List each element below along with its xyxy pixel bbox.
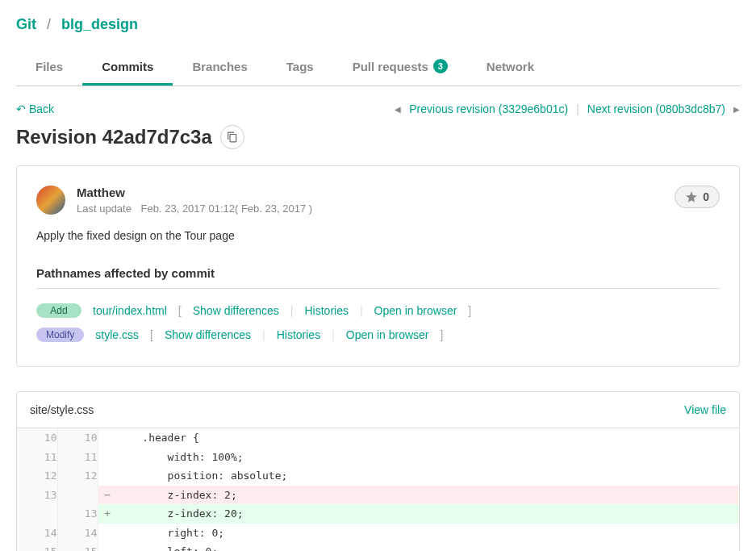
repo-tabs: Files Commits Branches Tags Pull request… bbox=[16, 49, 740, 86]
histories-link[interactable]: Histories bbox=[305, 304, 349, 317]
tab-tags[interactable]: Tags bbox=[267, 49, 333, 86]
change-type-tag: Add bbox=[36, 303, 81, 318]
new-line-number: 12 bbox=[57, 466, 98, 486]
bracket-open: [ bbox=[150, 328, 153, 341]
star-button[interactable]: 0 bbox=[675, 186, 720, 208]
diff-line: 1010 .header { bbox=[17, 428, 739, 448]
diff-header: site/style.css View file bbox=[17, 392, 739, 428]
diff-code: z-index: 2; bbox=[117, 486, 739, 505]
diff-line: 1212 position: absolute; bbox=[17, 466, 739, 486]
histories-link[interactable]: Histories bbox=[277, 328, 320, 341]
pathname-row: Modifystyle.css[Show differences|Histori… bbox=[36, 323, 720, 347]
action-sep: | bbox=[262, 328, 265, 341]
breadcrumb-repo[interactable]: blg_design bbox=[61, 16, 138, 32]
new-line-number: 10 bbox=[57, 428, 98, 448]
diff-line: 1111 width: 100%; bbox=[17, 448, 739, 467]
new-line-number: 11 bbox=[57, 448, 98, 467]
diff-filepath: site/style.css bbox=[30, 403, 94, 416]
diff-sign bbox=[98, 448, 117, 467]
back-arrow-icon: ↶ bbox=[16, 102, 26, 115]
last-update-label: Last update bbox=[77, 202, 132, 215]
diff-sign: − bbox=[98, 486, 117, 505]
open-in-browser-link[interactable]: Open in browser bbox=[346, 328, 429, 341]
diff-line: 1414 right: 0; bbox=[17, 524, 739, 543]
tab-files[interactable]: Files bbox=[16, 49, 82, 86]
back-label: Back bbox=[29, 102, 54, 115]
star-count: 0 bbox=[703, 190, 709, 203]
action-sep: | bbox=[290, 304, 294, 317]
diff-sign: + bbox=[98, 504, 117, 524]
diff-sign bbox=[98, 428, 117, 448]
tab-commits[interactable]: Commits bbox=[82, 49, 173, 86]
new-line-number: 13 bbox=[57, 504, 98, 524]
new-line-number: 14 bbox=[57, 524, 98, 543]
commit-card: 0 Matthew Last update Feb. 23, 2017 01:1… bbox=[16, 165, 740, 367]
open-in-browser-link[interactable]: Open in browser bbox=[374, 304, 457, 317]
diff-code: position: absolute; bbox=[117, 466, 739, 486]
bracket-close: ] bbox=[441, 328, 444, 341]
old-line-number: 10 bbox=[17, 428, 57, 448]
tab-network[interactable]: Network bbox=[467, 49, 553, 86]
tab-pull-requests[interactable]: Pull requests 3 bbox=[333, 49, 467, 86]
pathnames-list: Addtour/index.html[Show differences|Hist… bbox=[36, 298, 720, 347]
bracket-close: ] bbox=[468, 304, 471, 317]
revision-subnav: ↶ Back ◀ Previous revision (3329e6b01c) … bbox=[16, 102, 740, 115]
page-title-text: Revision 42ad7d7c3a bbox=[16, 126, 212, 148]
diff-line: 13− z-index: 2; bbox=[17, 486, 739, 505]
diff-code: left: 0; bbox=[117, 542, 739, 551]
action-sep: | bbox=[332, 328, 335, 341]
commit-header: Matthew Last update Feb. 23, 2017 01:12(… bbox=[36, 186, 720, 215]
breadcrumb: Git / blg_design bbox=[16, 16, 740, 33]
diff-code: .header { bbox=[117, 428, 739, 448]
page-title: Revision 42ad7d7c3a bbox=[16, 125, 740, 149]
diff-sign bbox=[98, 466, 117, 486]
tab-branches[interactable]: Branches bbox=[173, 49, 266, 86]
diff-sign bbox=[98, 542, 117, 551]
diff-table: 1010 .header {1111 width: 100%;1212 posi… bbox=[17, 428, 739, 551]
show-differences-link[interactable]: Show differences bbox=[165, 328, 251, 341]
commit-meta: Last update Feb. 23, 2017 01:12( Feb. 23… bbox=[77, 202, 312, 215]
diff-line: 13+ z-index: 20; bbox=[17, 504, 739, 524]
action-sep: | bbox=[360, 304, 363, 317]
avatar bbox=[36, 186, 65, 215]
file-link[interactable]: tour/index.html bbox=[93, 304, 167, 317]
show-differences-link[interactable]: Show differences bbox=[193, 304, 279, 317]
diff-line: 1515 left: 0; bbox=[17, 542, 739, 551]
tab-pull-requests-label: Pull requests bbox=[353, 60, 428, 73]
back-link[interactable]: ↶ Back bbox=[16, 102, 54, 115]
old-line-number: 11 bbox=[17, 448, 57, 467]
breadcrumb-root[interactable]: Git bbox=[16, 16, 36, 32]
change-type-tag: Modify bbox=[36, 328, 84, 342]
pathname-row: Addtour/index.html[Show differences|Hist… bbox=[36, 298, 720, 323]
bracket-open: [ bbox=[178, 304, 182, 317]
old-line-number: 14 bbox=[17, 524, 57, 543]
old-line-number: 15 bbox=[17, 542, 57, 551]
commit-date: Feb. 23, 2017 01:12( Feb. 23, 2017 ) bbox=[141, 202, 312, 215]
file-link[interactable]: style.css bbox=[95, 328, 139, 341]
new-line-number: 15 bbox=[57, 542, 98, 551]
pathnames-title: Pathnames affected by commit bbox=[36, 266, 720, 289]
diff-code: right: 0; bbox=[117, 524, 739, 543]
star-icon bbox=[685, 190, 698, 203]
pull-requests-count-badge: 3 bbox=[433, 59, 448, 73]
copy-revision-button[interactable] bbox=[220, 125, 244, 149]
next-revision-link[interactable]: Next revision (080b3dc8b7) bbox=[587, 102, 725, 115]
author-name: Matthew bbox=[77, 186, 312, 199]
commit-message: Apply the fixed design on the Tour page bbox=[36, 229, 720, 242]
view-file-link[interactable]: View file bbox=[684, 403, 726, 416]
clipboard-icon bbox=[227, 131, 238, 143]
revision-nav: ◀ Previous revision (3329e6b01c) | Next … bbox=[395, 102, 740, 115]
triangle-left-icon: ◀ bbox=[395, 105, 401, 114]
prev-revision-link[interactable]: Previous revision (3329e6b01c) bbox=[409, 102, 568, 115]
triangle-right-icon: ▶ bbox=[733, 105, 740, 114]
old-line-number: 13 bbox=[17, 486, 57, 505]
old-line-number bbox=[17, 504, 57, 524]
new-line-number bbox=[57, 486, 98, 505]
diff-code: z-index: 20; bbox=[117, 504, 739, 524]
revision-nav-sep: | bbox=[576, 102, 579, 115]
old-line-number: 12 bbox=[17, 466, 57, 486]
diff-sign bbox=[98, 524, 117, 543]
diff-code: width: 100%; bbox=[117, 448, 739, 467]
diff-card: site/style.css View file 1010 .header {1… bbox=[16, 391, 740, 551]
breadcrumb-sep: / bbox=[47, 16, 51, 32]
